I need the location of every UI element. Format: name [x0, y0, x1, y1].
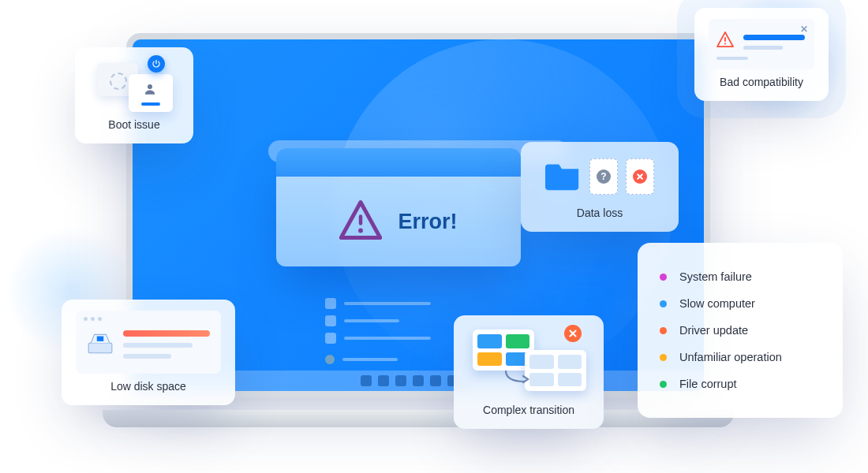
svg-rect-3: [359, 214, 363, 225]
card-label: Bad compatibility: [709, 76, 814, 88]
login-window-icon: [129, 74, 173, 112]
card-label: Boot issue: [89, 118, 179, 131]
data-loss-illustration: ?: [535, 153, 664, 200]
svg-rect-7: [97, 337, 104, 341]
compatibility-illustration: ✕: [709, 19, 814, 69]
transition-illustration: [468, 326, 589, 397]
unknown-file-icon: ?: [589, 158, 618, 195]
warning-triangle-icon: [339, 199, 382, 244]
legend-item: Slow computer: [660, 290, 821, 317]
transfer-arrow-icon: [504, 367, 533, 388]
svg-point-4: [359, 229, 364, 233]
legend-item: Unfamiliar operation: [660, 344, 821, 371]
close-icon: ✕: [800, 24, 808, 35]
svg-rect-1: [724, 37, 726, 41]
error-text: Error!: [398, 210, 457, 234]
disk-usage-bar: [123, 330, 210, 337]
boot-issue-illustration: [89, 58, 179, 112]
legend-dot: [660, 381, 667, 388]
error-badge-icon: [564, 325, 582, 342]
legend-label: Slow computer: [679, 297, 755, 310]
legend-item: Driver update: [660, 317, 821, 344]
legend-label: System failure: [679, 270, 752, 283]
svg-rect-2: [724, 43, 726, 45]
legend-dot: [660, 354, 667, 361]
card-label: Low disk space: [76, 380, 221, 393]
legend-item: System failure: [660, 263, 821, 290]
warning-triangle-icon: [716, 32, 734, 50]
error-dialog: Error!: [276, 148, 521, 266]
card-bad-compatibility: ✕ Bad compatibility: [694, 8, 829, 101]
legend-label: Driver update: [679, 324, 748, 337]
card-complex-transition: Complex transition: [454, 315, 604, 429]
card-label: Data loss: [535, 207, 664, 219]
user-icon: [143, 82, 157, 96]
svg-rect-5: [88, 343, 112, 353]
legend-item: File corrupt: [660, 371, 821, 397]
dialog-titlebar: [276, 148, 521, 177]
power-icon: [148, 55, 165, 73]
legend-label: Unfamiliar operation: [679, 351, 782, 363]
card-low-disk-space: Low disk space: [62, 300, 235, 405]
folder-icon: [545, 159, 582, 194]
legend-label: File corrupt: [679, 378, 737, 390]
target-pc-icon: [525, 350, 586, 391]
legend-dot: [660, 300, 667, 307]
drive-icon: [87, 325, 114, 359]
card-label: Complex transition: [468, 404, 589, 416]
card-boot-issue: Boot issue: [75, 47, 193, 143]
card-data-loss: ? Data loss: [521, 142, 679, 232]
low-disk-illustration: [76, 311, 221, 374]
issues-legend: System failure Slow computer Driver upda…: [638, 243, 843, 418]
legend-dot: [660, 274, 667, 281]
corrupt-file-icon: [626, 158, 654, 195]
legend-dot: [660, 327, 667, 334]
svg-point-0: [148, 84, 152, 89]
